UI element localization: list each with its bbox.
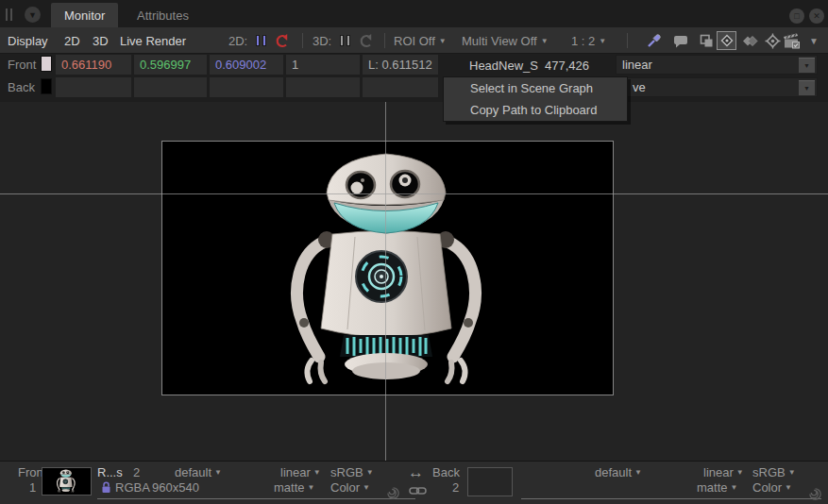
tab-attributes[interactable]: Attributes: [124, 3, 202, 27]
front-colorspace-dropdown[interactable]: linear ▼: [616, 55, 818, 75]
menu-item-copy-path-to-clipboard[interactable]: Copy Path to Clipboard: [444, 99, 627, 121]
robot-render: [283, 142, 491, 395]
probe-crosshair-vertical: [385, 102, 386, 461]
chevron-down-icon: ▼: [788, 468, 796, 477]
eyedropper-icon[interactable]: [646, 33, 662, 49]
chevron-down-icon: ▼: [28, 10, 37, 20]
back-color-swatch: [41, 78, 52, 94]
front-format: RGBA: [115, 480, 150, 495]
menu-2d[interactable]: 2D: [64, 27, 80, 54]
panel-menu-button[interactable]: ▼: [25, 7, 41, 23]
back-alpha-value: [286, 77, 360, 97]
panel-drag-handle[interactable]: [6, 8, 12, 21]
roi-diamond-active-icon[interactable]: [717, 31, 736, 50]
monitor-viewport-canvas[interactable]: [0, 102, 828, 461]
probe-crosshair-horizontal: [0, 193, 828, 194]
back-colorspace-status-dropdown[interactable]: linear▼: [703, 465, 744, 479]
comment-bubble-icon[interactable]: [673, 33, 689, 49]
back-buffer-label: Back: [432, 465, 460, 479]
front-luminance-value: L: 0.611512: [363, 55, 438, 75]
chevron-down-icon: ▼: [799, 58, 815, 73]
layers-squares-icon[interactable]: [699, 33, 715, 49]
label-3d-controls: 3D:: [313, 27, 331, 54]
monitor-toolbar: Display 2D 3D Live Render 2D: 3D: ROI Of…: [0, 27, 828, 54]
pixel-probe-area: Front 0.661190 0.596997 0.609002 1 L: 0.…: [0, 54, 828, 102]
chevron-down-icon: ▼: [736, 468, 744, 477]
double-diamond-icon[interactable]: [742, 33, 758, 49]
front-preset-dropdown[interactable]: default▼: [175, 465, 222, 479]
close-icon: ✕: [813, 11, 820, 21]
chevron-down-icon: ▼: [313, 468, 321, 477]
front-blue-value: 0.609002: [210, 55, 283, 75]
front-red-value: 0.661190: [56, 55, 131, 75]
rendered-image: [161, 141, 614, 395]
back-luminance-value: [363, 77, 438, 97]
front-alpha-value: 1: [286, 55, 360, 75]
roi-dropdown[interactable]: ROI Off▼: [394, 27, 447, 54]
toolbar-separator: [302, 33, 303, 48]
maximize-icon: □: [794, 11, 799, 21]
back-channel-dropdown[interactable]: Color▼: [752, 480, 792, 495]
front-color-swatch: [41, 56, 52, 72]
back-preset-dropdown[interactable]: default▼: [595, 465, 642, 479]
crosshair-target-icon[interactable]: [765, 33, 781, 49]
back-progress-line: [521, 498, 821, 499]
render-clapper-icon[interactable]: [783, 33, 802, 49]
menu-live-render[interactable]: Live Render: [120, 27, 186, 54]
chevron-down-icon: ▼: [809, 36, 819, 46]
chevron-down-icon: ▼: [439, 37, 447, 45]
pause-2d-button[interactable]: [256, 35, 266, 46]
toolbar-separator: [627, 33, 628, 48]
close-panel-button[interactable]: ✕: [809, 8, 824, 24]
render-options-dropdown[interactable]: ▼: [805, 27, 819, 54]
pixel-coordinates: 477,426: [545, 59, 589, 73]
multi-view-dropdown[interactable]: Multi View Off▼: [462, 27, 549, 54]
chevron-down-icon: ▼: [599, 37, 606, 45]
front-green-value: 0.596997: [134, 55, 207, 75]
back-green-value: [134, 77, 207, 97]
chevron-down-icon: ▼: [799, 80, 815, 95]
front-progress-line: [97, 498, 415, 499]
toolbar-separator: [384, 33, 385, 48]
tab-monitor[interactable]: Monitor: [51, 3, 118, 27]
robot-thumbnail: [57, 468, 77, 495]
menu-display[interactable]: Display: [8, 27, 48, 54]
refresh-2d-icon[interactable]: [274, 33, 290, 49]
zoom-ratio-dropdown[interactable]: 1 : 2▼: [571, 27, 606, 54]
spiral-icon[interactable]: [386, 486, 400, 500]
chevron-down-icon: ▼: [541, 37, 549, 45]
chevron-down-icon: ▼: [363, 483, 370, 492]
back-colorspace-dropdown[interactable]: ve ▼: [616, 77, 818, 97]
chevron-down-icon: ▼: [214, 468, 222, 477]
front-buffer-thumbnail[interactable]: [42, 467, 92, 496]
front-colorspace-status-dropdown[interactable]: linear▼: [280, 465, 321, 479]
monitor-panel: ▼ Monitor Attributes □ ✕ Display 2D 3D L…: [0, 0, 828, 504]
status-bar: Front 1 R...s 2 RGBA 960x540 default▼ li…: [0, 461, 828, 504]
lock-icon: [101, 481, 111, 494]
menu-3d[interactable]: 3D: [93, 27, 109, 54]
float-panel-button[interactable]: □: [789, 8, 804, 24]
refresh-3d-icon[interactable]: [358, 33, 374, 49]
pause-3d-button[interactable]: [340, 35, 350, 46]
chevron-down-icon: ▼: [308, 483, 315, 492]
picked-object-name: HeadNew_S: [469, 59, 538, 73]
link-buffers-icon[interactable]: [409, 485, 427, 496]
probe-front-label: Front: [8, 58, 36, 72]
back-buffer-thumbnail[interactable]: [467, 467, 513, 496]
front-resolution: 960x540: [152, 480, 199, 495]
chevron-down-icon: ▼: [634, 468, 642, 477]
spiral-icon[interactable]: [808, 487, 822, 501]
menu-item-select-in-scene-graph[interactable]: Select in Scene Graph: [444, 77, 627, 99]
back-view-dropdown[interactable]: sRGB▼: [752, 465, 796, 479]
back-matte-dropdown[interactable]: matte▼: [697, 480, 737, 495]
tab-bar: ▼ Monitor Attributes □ ✕: [0, 0, 828, 27]
front-render-name: R...s: [97, 465, 123, 479]
chevron-down-icon: ▼: [731, 483, 738, 492]
swap-buffers-icon[interactable]: ↔: [408, 463, 424, 482]
front-matte-dropdown[interactable]: matte▼: [274, 480, 314, 495]
chevron-down-icon: ▼: [366, 468, 374, 477]
front-channel-dropdown[interactable]: Color▼: [330, 480, 370, 495]
chevron-down-icon: ▼: [785, 483, 792, 492]
back-buffer-index: 2: [452, 480, 459, 495]
front-view-dropdown[interactable]: sRGB▼: [330, 465, 374, 479]
